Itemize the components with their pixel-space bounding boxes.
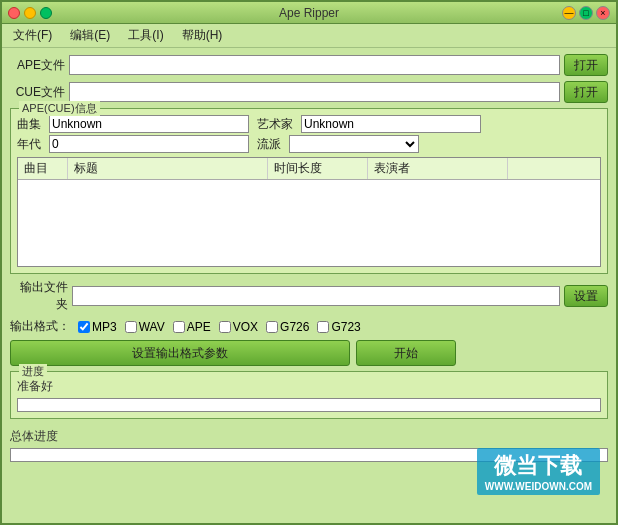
menu-bar: 文件(F) 编辑(E) 工具(I) 帮助(H)	[2, 24, 616, 48]
ape-file-label: APE文件	[10, 57, 65, 74]
year-label: 年代	[17, 136, 41, 153]
title-bar-left	[8, 7, 52, 19]
genre-select[interactable]	[289, 135, 419, 153]
info-row-1: 曲集 艺术家	[17, 115, 601, 133]
menu-help[interactable]: 帮助(H)	[179, 26, 226, 45]
format-wav[interactable]: WAV	[125, 320, 165, 334]
progress-title: 进度	[19, 364, 47, 379]
output-row: 输出文件夹 设置	[10, 279, 608, 313]
ape-file-row: APE文件 打开	[10, 54, 608, 76]
start-button[interactable]: 开始	[356, 340, 456, 366]
g726-label: G726	[280, 320, 309, 334]
format-g726[interactable]: G726	[266, 320, 309, 334]
cue-file-input[interactable]	[69, 82, 560, 102]
g723-label: G723	[331, 320, 360, 334]
dot-red[interactable]	[8, 7, 20, 19]
ape-open-button[interactable]: 打开	[564, 54, 608, 76]
menu-tools[interactable]: 工具(I)	[125, 26, 166, 45]
output-label: 输出文件夹	[10, 279, 68, 313]
table-body	[18, 180, 600, 267]
col-title: 标题	[68, 158, 268, 179]
window-title: Ape Ripper	[279, 6, 339, 20]
window-controls: — □ ×	[562, 6, 610, 20]
format-params-button[interactable]: 设置输出格式参数	[10, 340, 350, 366]
watermark-line2: WWW.WEIDOWN.COM	[485, 481, 592, 492]
dot-green[interactable]	[40, 7, 52, 19]
table-header: 曲目 标题 时间长度 表演者	[18, 158, 600, 180]
cue-open-button[interactable]: 打开	[564, 81, 608, 103]
artist-input[interactable]	[301, 115, 481, 133]
col-duration: 时间长度	[268, 158, 368, 179]
info-row-2: 年代 流派	[17, 135, 601, 153]
format-g723[interactable]: G723	[317, 320, 360, 334]
format-vox[interactable]: VOX	[219, 320, 258, 334]
genre-label: 流派	[257, 136, 281, 153]
menu-file[interactable]: 文件(F)	[10, 26, 55, 45]
format-label: 输出格式：	[10, 318, 70, 335]
output-input[interactable]	[72, 286, 560, 306]
format-row: 输出格式： MP3 WAV APE VOX G726 G723	[10, 318, 608, 335]
vox-label: VOX	[233, 320, 258, 334]
album-input[interactable]	[49, 115, 249, 133]
title-bar: Ape Ripper — □ ×	[2, 2, 616, 24]
dot-yellow[interactable]	[24, 7, 36, 19]
close-button[interactable]: ×	[596, 6, 610, 20]
main-window: Ape Ripper — □ × 文件(F) 编辑(E) 工具(I) 帮助(H)…	[0, 0, 618, 525]
total-progress-label: 总体进度	[10, 428, 608, 445]
col-track: 曲目	[18, 158, 68, 179]
menu-edit[interactable]: 编辑(E)	[67, 26, 113, 45]
progress-group: 进度 准备好	[10, 371, 608, 419]
progress-status: 准备好	[17, 378, 601, 395]
settings-button[interactable]: 设置	[564, 285, 608, 307]
wav-label: WAV	[139, 320, 165, 334]
artist-label: 艺术家	[257, 116, 293, 133]
cue-file-label: CUE文件	[10, 84, 65, 101]
col-artist: 表演者	[368, 158, 508, 179]
track-table: 曲目 标题 时间长度 表演者	[17, 157, 601, 267]
mp3-label: MP3	[92, 320, 117, 334]
watermark-line1: 微当下载	[485, 451, 592, 481]
watermark: 微当下载 WWW.WEIDOWN.COM	[477, 448, 600, 495]
info-group-title: APE(CUE)信息	[19, 101, 100, 116]
ape-label: APE	[187, 320, 211, 334]
info-group: APE(CUE)信息 曲集 艺术家 年代 流派 曲目 标题 时	[10, 108, 608, 274]
format-ape[interactable]: APE	[173, 320, 211, 334]
format-mp3[interactable]: MP3	[78, 320, 117, 334]
ape-file-input[interactable]	[69, 55, 560, 75]
progress-bar-container	[17, 398, 601, 412]
year-input[interactable]	[49, 135, 249, 153]
cue-file-row: CUE文件 打开	[10, 81, 608, 103]
minimize-button[interactable]: —	[562, 6, 576, 20]
album-label: 曲集	[17, 116, 41, 133]
middle-actions: 设置输出格式参数 开始	[10, 340, 608, 366]
maximize-button[interactable]: □	[579, 6, 593, 20]
